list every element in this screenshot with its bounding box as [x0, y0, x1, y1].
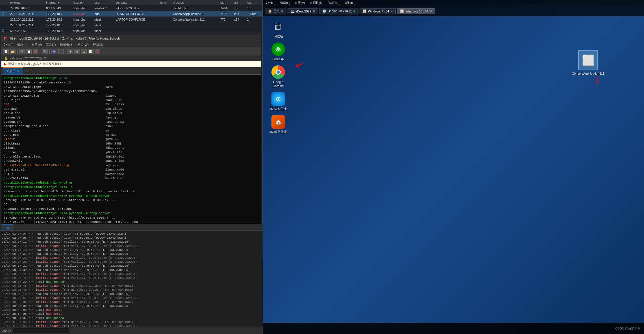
toolbar-paste[interactable]: 📌 — [33, 49, 38, 54]
log-line: 08/14 03:47:15 *** initial beacon from v… — [2, 244, 261, 248]
win-tab-label: Debian 10.x 64位 — [328, 9, 352, 13]
table-cell: qiezi — [93, 28, 114, 34]
watermark: CSDN @番茄料科 — [615, 326, 641, 331]
toolbar-find[interactable]: 🔍 — [42, 49, 48, 54]
col-pid: pid — [219, 0, 232, 5]
event-log-input[interactable] — [13, 328, 69, 333]
vmware-menu-item[interactable]: 查看(V) — [295, 1, 305, 5]
table-cell — [158, 28, 171, 34]
xshell-menu-item[interactable]: 工具(T) — [46, 43, 56, 47]
xshell-hint-bar: ▶ 要添加当前会话，点击左侧的箭头按钮。 — [1, 61, 261, 67]
log-line: 08/14 09:53:19 *** new ssh session vasil… — [2, 292, 261, 296]
toolbar-open[interactable]: 📂 — [10, 49, 16, 54]
icon-graphic: 🗑 — [271, 19, 285, 33]
win-tab-主页[interactable]: 🏠主页✕ — [265, 8, 286, 14]
vmware-menu-item[interactable]: 虚拟机(M) — [310, 1, 324, 5]
log-line: 08/14 11:04:09 *** initial beacon from q… — [2, 320, 261, 324]
table-cell — [219, 28, 232, 34]
terminal-line: aaa.aspExe.class — [4, 107, 259, 111]
win-tab-Windows-10-x64[interactable]: 🪟Windows 10 x64✕ — [397, 8, 435, 14]
vmware-menu-item[interactable]: 文件(E) — [265, 1, 275, 5]
event-log-tab[interactable]: ✕ — [2, 224, 13, 230]
table-cell: 172.20.10.3 — [44, 22, 71, 28]
xshell-tab[interactable]: 1 茄子✕ — [3, 67, 23, 74]
table-cell: 223.104.212.211 — [8, 17, 45, 22]
toolbar-terminal[interactable]: ⬛ — [58, 49, 64, 54]
win-tab-rDenv2022[interactable]: 💻rDenv2022✕ — [288, 8, 318, 14]
toolbar-cut[interactable]: ✂ — [19, 49, 25, 54]
xshell-menu-item[interactable]: 窗口(W) — [77, 43, 89, 47]
win-tab-close[interactable]: ✕ — [313, 10, 315, 13]
xshell-menu-item[interactable]: 选项卡(B) — [60, 43, 73, 47]
win-tab-Debian-10.x-64位[interactable]: 💿Debian 10.x 64位✕ — [319, 8, 358, 14]
terminal-line: root@iZbp16k94m2d49dk8ainrjZ:~/ms# pytho… — [4, 211, 259, 216]
terminal-line: 330_2.jspDRat.2071 — [4, 98, 259, 102]
xshell-menubar[interactable]: 文件(F)编辑(E)查看(V)工具(T)选项卡(B)窗口(W)帮助(H) — [1, 42, 261, 48]
win-tab-close[interactable]: ✕ — [281, 10, 283, 13]
desktop-icon-0[interactable]: 🗑回收站 — [267, 19, 290, 38]
vmware-menubar[interactable]: 文件(E)编辑(E)查看(V)虚拟机(M)选项卡(I)帮助(H) — [263, 0, 644, 6]
win-tab-label: Windows 10 x64 — [405, 10, 428, 13]
win-tab-close[interactable]: ✕ — [353, 10, 355, 13]
event-log-tabs: ✕ — [0, 224, 263, 231]
xshell-menu-item[interactable]: 查看(V) — [32, 43, 42, 47]
xshell-menu-item[interactable]: 文件(F) — [3, 43, 13, 47]
icon-label: GoogleChrome — [273, 80, 284, 88]
table-cell — [171, 28, 219, 34]
terminal-line: root@iZbp16k94m2d49dk8ainrjZ:~# ls — [4, 76, 259, 81]
vmware-menu-item[interactable]: 选项卡(I) — [328, 1, 340, 5]
col-last: last — [245, 0, 262, 5]
win-tab-icon: 💿 — [322, 9, 326, 13]
win-tab-Windows-7-x64[interactable]: 🪟Windows 7 x64✕ — [360, 8, 396, 14]
desktop-icon-2[interactable]: GoogleChrome — [267, 65, 290, 88]
terminal-line: Controller_ncm.classJNDIExploi — [4, 155, 259, 159]
log-line: 08/14 03:07:13 *** new ssh session vasil… — [2, 240, 261, 244]
desktop-icon-4[interactable]: 🏠360软件管家 — [267, 115, 290, 134]
xshell-menu-item[interactable]: 帮助(H) — [93, 43, 103, 47]
event-log-input-label: event> — [2, 329, 11, 332]
desktop-icon-3[interactable]: ⊕360安全卫士 — [267, 92, 290, 111]
terminal-line: 20230330101359-pwd-UkZj3G3-secretkey-IBn… — [4, 89, 259, 98]
log-line: 08/14 04:07:18 *** new ssh session vasil… — [2, 248, 261, 252]
log-line: 08/14 05:07:21 *** new ssh session vasil… — [2, 252, 261, 256]
console-app-desktop-icon[interactable]: ⬜ ConsoleApp lication811 — [572, 50, 604, 75]
col-internal: internal ▼ — [44, 0, 71, 5]
xshell-menu-item[interactable]: 编辑(E) — [17, 43, 28, 47]
table-cell — [158, 17, 171, 22]
xshell-toolbar: 📄 📂 ✂ 📋 📌 🔍 ⚡ ⬛ ⚙ ⇅ 🗂 📝 ❓ — [1, 48, 261, 55]
beacon-table: external internal ▼ listener user comput… — [0, 0, 262, 34]
toolbar-copy[interactable]: 📋 — [26, 49, 32, 54]
toolbar-connect[interactable]: ⚡ — [51, 49, 57, 54]
icon-graphic — [271, 65, 285, 79]
desktop-icons-right — [613, 16, 644, 56]
table-cell: https-yhs — [71, 5, 93, 11]
table-cell: x64 — [232, 17, 245, 22]
col-process: process — [171, 0, 219, 5]
win-tab-close[interactable]: ✕ — [430, 10, 432, 13]
log-line: 08/14 10:37:35 *** new ssh session vasil… — [2, 304, 261, 308]
event-log-tab-close[interactable]: ✕ — [7, 226, 9, 229]
xshell-tab-label: 1 茄子 — [7, 69, 16, 73]
toolbar-log[interactable]: 📝 — [88, 49, 93, 54]
win-tab-icon: 💻 — [291, 9, 295, 13]
xshell-new-tab-button[interactable]: + — [24, 68, 31, 74]
terminal-line: confluencejdk-8u121 — [4, 150, 259, 155]
terminal-line: bingxie_spring_ncm.classfs64 — [4, 124, 259, 128]
toolbar-sftp[interactable]: 🗂 — [81, 49, 87, 54]
vmware-menu-item[interactable]: 编辑(E) — [280, 1, 290, 5]
terminal-line: Keyboard interrupt received, exiting. — [4, 207, 259, 211]
table-cell: ☐ — [0, 28, 8, 34]
toolbar-settings[interactable]: ⚙ — [68, 49, 73, 54]
toolbar-new[interactable]: 📄 — [3, 49, 9, 54]
table-cell — [114, 22, 158, 28]
toolbar-transfer[interactable]: ⇅ — [74, 49, 80, 54]
col-external: external — [8, 0, 45, 5]
vmware-menu-item[interactable]: 帮助(H) — [345, 1, 355, 5]
desktop-icon-1[interactable]: 杀360杀毒 — [267, 42, 290, 61]
win-tab-close[interactable]: ✕ — [390, 10, 393, 13]
win-tab-label: Windows 7 x64 — [368, 10, 389, 13]
xshell-tab-close[interactable]: ✕ — [17, 70, 19, 73]
toolbar-help[interactable]: ❓ — [95, 49, 100, 54]
win-tab-icon: 🏠 — [268, 9, 272, 13]
table-cell — [158, 11, 171, 17]
